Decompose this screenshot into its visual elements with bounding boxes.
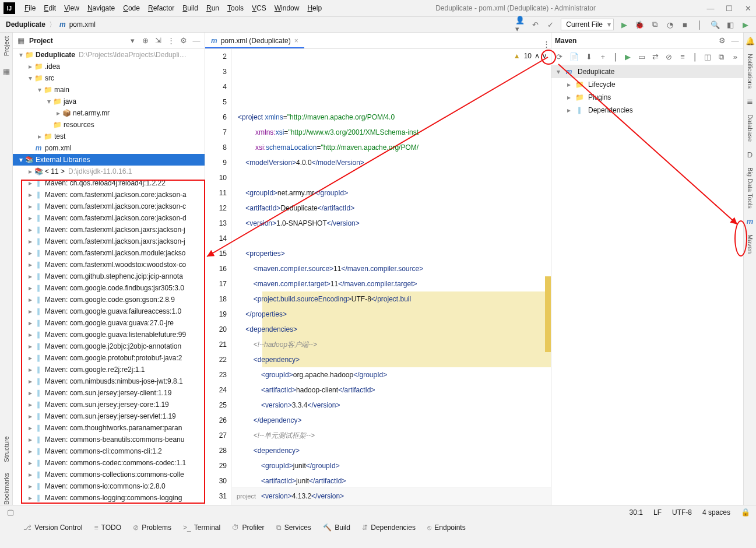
update-icon[interactable]: ✓ xyxy=(546,20,555,29)
menu-navigate[interactable]: Navigate xyxy=(84,3,118,13)
readonly-lock-icon[interactable]: 🔒 xyxy=(741,508,750,517)
tab-bookmarks[interactable]: Bookmarks xyxy=(3,473,10,505)
tree-row[interactable]: ▸∥Maven: com.google.code.findbugs:jsr305… xyxy=(13,282,205,294)
menu-help[interactable]: Help xyxy=(304,3,325,13)
run-icon[interactable]: ▶ xyxy=(620,20,629,29)
tree-row[interactable]: ▸∥Maven: com.fasterxml.jackson.jaxrs:jac… xyxy=(13,224,205,236)
encoding[interactable]: UTF-8 xyxy=(672,508,692,517)
bottomtool-problems[interactable]: ⊘ Problems xyxy=(133,524,171,532)
tree-row[interactable]: ▸∥Maven: com.sun.jersey:jersey-servlet:1… xyxy=(13,410,205,422)
tree-row[interactable]: ▸📦net.army.mr xyxy=(13,107,205,119)
tree-row[interactable]: ▸∥Maven: com.sun.jersey:jersey-core:1.19 xyxy=(13,399,205,410)
tree-row[interactable]: ▸∥Maven: com.fasterxml.jackson.module:ja… xyxy=(13,247,205,259)
maven-download-icon[interactable]: ⬇ xyxy=(586,52,592,62)
bottomtool-todo[interactable]: ≡ TODO xyxy=(94,524,121,532)
menu-file[interactable]: File xyxy=(21,3,39,13)
tree-row[interactable]: ▾📚External Libraries xyxy=(13,154,205,166)
maven-toggle-icon[interactable]: ⇄ xyxy=(652,52,659,62)
tree-row[interactable]: ▸∥Maven: com.fasterxml.woodstox:woodstox… xyxy=(13,259,205,271)
menu-run[interactable]: Run xyxy=(203,3,223,13)
ide-logo-icon[interactable]: IJ xyxy=(3,2,15,14)
maven-tree-row[interactable]: ▸∥Dependencies xyxy=(551,104,743,117)
tree-row[interactable]: ▸∥Maven: com.google.guava:failureaccess:… xyxy=(13,305,205,317)
tree-row[interactable]: ▾📁src xyxy=(13,72,205,84)
project-tree[interactable]: ▾📁DeduplicateD:\Projects\IdeaProjects\De… xyxy=(13,49,205,505)
tree-row[interactable]: ▸∥Maven: com.github.stephenc.jcip:jcip-a… xyxy=(13,271,205,282)
maven-tree[interactable]: ▾mDeduplicate▸📁Lifecycle▸📁Plugins▸∥Depen… xyxy=(551,65,743,117)
gear-icon[interactable]: ⚙ xyxy=(179,36,188,45)
tree-row[interactable]: ▸∥Maven: commons-beanutils:commons-beanu xyxy=(13,434,205,445)
bottomtool-build[interactable]: 🔨 Build xyxy=(323,524,350,532)
maven-gear-icon[interactable]: ⚙ xyxy=(718,36,727,45)
back-icon[interactable]: ↶ xyxy=(530,20,540,29)
tree-row[interactable]: ▸∥Maven: com.sun.jersey:jersey-client:1.… xyxy=(13,387,205,399)
tree-row[interactable]: ▸∥Maven: com.fasterxml.jackson.core:jack… xyxy=(13,212,205,224)
opts-icon[interactable]: ⋮ xyxy=(166,36,175,45)
tab-notifications[interactable]: Notifications xyxy=(747,54,754,89)
run-config-combo[interactable]: Current File xyxy=(561,19,614,30)
tree-row[interactable]: ▸∥Maven: commons-io:commons-io:2.8.0 xyxy=(13,480,205,492)
tree-row[interactable]: ▸∥Maven: commons-logging:commons-logging xyxy=(13,492,205,504)
maven-generate-icon[interactable]: 📄 xyxy=(569,52,579,62)
caret-pos[interactable]: 30:1 xyxy=(630,508,643,517)
tree-row[interactable]: ▸∥Maven: com.fasterxml.jackson.jaxrs:jac… xyxy=(13,236,205,247)
hide-icon[interactable]: — xyxy=(192,36,201,45)
maven-diagram-icon[interactable]: ◫ xyxy=(704,52,711,62)
line-sep[interactable]: LF xyxy=(653,508,662,517)
profile-icon[interactable]: ◔ xyxy=(665,20,674,29)
breadcrumb-file[interactable]: pom.xml xyxy=(69,20,96,29)
tree-row[interactable]: ▸∥Maven: commons-collections:commons-col… xyxy=(13,469,205,480)
bigdata-icon[interactable]: D xyxy=(746,150,755,159)
bottomtool-profiler[interactable]: ⏱ Profiler xyxy=(232,524,264,532)
maven-tab-icon[interactable]: m xyxy=(746,217,755,226)
tab-database[interactable]: Database xyxy=(747,114,754,142)
maven-tree-row[interactable]: ▸📁Plugins xyxy=(551,91,743,104)
menu-tools[interactable]: Tools xyxy=(224,3,247,13)
maven-offline-icon[interactable]: ≡ xyxy=(679,52,685,62)
minimize-icon[interactable]: — xyxy=(706,3,715,13)
next-highlight-icon[interactable]: v xyxy=(543,50,546,62)
tree-row[interactable]: ▸∥Maven: com.nimbusds:nimbus-jose-jwt:9.… xyxy=(13,375,205,387)
tree-row[interactable]: ▸∥Maven: com.google.protobuf:protobuf-ja… xyxy=(13,352,205,364)
status-tool-icon[interactable]: ▢ xyxy=(6,508,15,517)
project-small-icon[interactable]: ▦ xyxy=(2,66,11,76)
tree-row[interactable]: ▸∥Maven: commons-codec:commons-codec:1.1 xyxy=(13,457,205,469)
database-icon[interactable]: ≣ xyxy=(746,97,755,106)
locate-icon[interactable]: ⊕ xyxy=(140,36,150,45)
indent[interactable]: 4 spaces xyxy=(702,508,730,517)
tab-menu-icon[interactable]: ⋮ xyxy=(541,39,551,48)
menu-build[interactable]: Build xyxy=(179,3,202,13)
menu-window[interactable]: Window xyxy=(271,3,303,13)
tree-row[interactable]: ▸∥Maven: ch.qos.reload4j:reload4j:1.2.22 xyxy=(13,177,205,189)
breadcrumb-project[interactable]: Deduplicate xyxy=(6,20,45,29)
tree-row[interactable]: ▸📁.idea xyxy=(13,61,205,72)
bottomtool-services[interactable]: ⧉ Services xyxy=(276,524,311,532)
tree-row[interactable]: ▸∥Maven: commons-cli:commons-cli:1.2 xyxy=(13,445,205,457)
tree-row[interactable]: ▸📁test xyxy=(13,131,205,142)
tree-row[interactable]: ▾📁java xyxy=(13,96,205,107)
warning-icon[interactable]: ▲ xyxy=(514,50,521,62)
tree-row[interactable]: ▾📁main xyxy=(13,84,205,96)
close-tab-icon[interactable]: × xyxy=(294,37,298,45)
tree-row[interactable]: ▸∥Maven: com.google.re2j:re2j:1.1 xyxy=(13,364,205,375)
tree-row[interactable]: ▸∥Maven: com.google.guava:listenablefutu… xyxy=(13,329,205,340)
toolbox-icon[interactable]: ▶ xyxy=(741,20,750,29)
menu-refactor[interactable]: Refactor xyxy=(145,3,178,13)
bottomtool-terminal[interactable]: >_ Terminal xyxy=(183,524,220,532)
maven-add-icon[interactable]: + xyxy=(600,52,606,62)
stop-icon[interactable]: ■ xyxy=(680,20,690,29)
tab-structure[interactable]: Structure xyxy=(3,436,10,462)
maven-tree-row[interactable]: ▾mDeduplicate xyxy=(551,65,743,78)
maven-run-icon[interactable]: ▶ xyxy=(624,52,631,62)
maven-reload-icon[interactable]: ⟳ xyxy=(556,52,562,62)
menu-edit[interactable]: Edit xyxy=(40,3,59,13)
prev-highlight-icon[interactable]: ʌ xyxy=(535,50,539,62)
user-switch-icon[interactable]: 👤▾ xyxy=(515,20,525,29)
menu-view[interactable]: View xyxy=(61,3,83,13)
tree-row[interactable]: ▸∥Maven: com.google.j2objc:j2objc-annota… xyxy=(13,340,205,352)
bell-icon[interactable]: 🔔 xyxy=(746,36,755,45)
maven-collapse-icon[interactable]: ⧉ xyxy=(718,52,725,62)
debug-icon[interactable]: 🐞 xyxy=(635,20,644,29)
expand-all-icon[interactable]: ⇲ xyxy=(153,36,163,45)
maven-header[interactable]: Maven xyxy=(555,37,714,45)
